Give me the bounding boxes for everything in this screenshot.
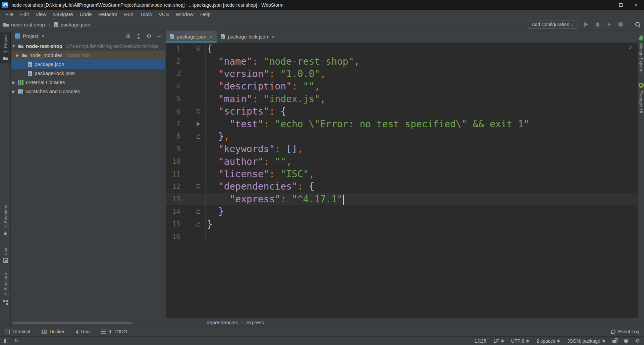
code-token: "license" [218, 168, 269, 180]
close-icon[interactable]: × [271, 34, 274, 40]
stripe-button-mongo-explorer[interactable]: Mongo Explorer [639, 35, 644, 74]
run-button[interactable] [583, 21, 589, 27]
code-token: "echo \"Error: no test specified\" && ex… [275, 119, 529, 130]
status-label: LF [493, 338, 499, 344]
chevron-collapsed-icon[interactable]: ▶ [15, 53, 19, 58]
code-token: : [252, 93, 258, 105]
lock-icon[interactable] [612, 340, 616, 343]
run-script-icon[interactable] [193, 118, 204, 130]
chevron-collapsed-icon[interactable]: ▶ [12, 80, 16, 85]
search-everywhere-icon[interactable] [635, 21, 641, 27]
line-number: 12 [166, 183, 180, 191]
code-token [280, 143, 286, 154]
line-number: 10 [166, 157, 180, 165]
fold-collapse-icon[interactable] [193, 43, 204, 55]
chevron-expanded-icon[interactable]: ▼ [12, 44, 16, 49]
gutter: 9 [166, 143, 206, 155]
tool-button-6-todo[interactable]: 6: TODO [101, 329, 127, 334]
fold-collapse-icon[interactable] [193, 105, 204, 118]
menu-file[interactable]: File [2, 11, 17, 17]
status-2-spaces[interactable]: 2 spaces [536, 338, 560, 344]
menu-help[interactable]: Help [197, 11, 214, 17]
highlighting-level-icon[interactable] [624, 339, 628, 343]
gutter-marker [193, 230, 204, 243]
stripe-button-npm[interactable]: npm [0, 244, 11, 266]
menu-navigate[interactable]: Navigate [50, 11, 76, 17]
stop-button[interactable] [618, 21, 624, 27]
menu-run[interactable]: Run [121, 11, 137, 17]
code-token: : [292, 81, 298, 92]
code-token: , [298, 143, 303, 154]
menu-view[interactable]: View [32, 11, 50, 17]
gutter-marker [193, 168, 204, 180]
close-button[interactable]: × [629, 0, 644, 10]
star-icon: ★ [3, 231, 8, 236]
gutter: 16 [166, 230, 206, 243]
code-token: "1.0.0" [280, 68, 320, 79]
chevron-collapsed-icon[interactable]: ▶ [12, 89, 16, 94]
menu-code[interactable]: Code [76, 11, 95, 17]
coverage-button[interactable] [606, 21, 612, 27]
breadcrumb-item[interactable]: node-rest-shop [11, 22, 45, 27]
tool-window-switcher-icon[interactable] [4, 339, 9, 343]
minimize-button[interactable] [598, 0, 613, 10]
fold-end-icon[interactable] [193, 218, 204, 230]
fold-collapse-icon[interactable] [193, 180, 204, 193]
stripe-button-swagger-ui[interactable]: Swagger UI [639, 83, 644, 113]
add-configuration-button[interactable]: Add Configuration... [527, 20, 578, 29]
stripe-label: npm [3, 247, 8, 255]
chevron-down-icon[interactable]: ▼ [41, 34, 45, 38]
maximize-button[interactable] [613, 0, 629, 10]
stripe-button-1-project[interactable]: 1: Project [0, 32, 11, 63]
menu-edit[interactable]: Edit [17, 11, 32, 17]
tree-row-External-Libraries[interactable]: ▶External Libraries [11, 78, 165, 87]
tab-package.json[interactable]: package.json× [166, 30, 217, 43]
locate-file-icon[interactable]: ⊕ [126, 33, 130, 39]
stripe-button-2-favorites[interactable]: 2: Favorites★ [0, 202, 11, 239]
horizontal-scrollbar[interactable] [12, 322, 132, 324]
menu-window[interactable]: Window [172, 11, 197, 17]
editor-breadcrumb-item[interactable]: express [246, 320, 264, 325]
tree-row-node-rest-shop[interactable]: ▼node-rest-shopD:\KennyLife\AllProgram\W… [11, 42, 165, 51]
tree-row-package-json[interactable]: package.json [11, 60, 165, 69]
refresh-icon[interactable]: ↻ [14, 338, 19, 344]
status-json-package[interactable]: JSON: package [567, 338, 605, 344]
fold-end-icon[interactable] [193, 130, 204, 143]
code-editor[interactable]: 1{2 "name": "node-rest-shop",3 "version"… [166, 43, 638, 318]
event-log-button[interactable]: Event Log [611, 329, 639, 334]
updown-arrows-icon [526, 339, 529, 343]
hide-panel-icon[interactable] [157, 36, 161, 37]
tree-row-Scratches-and-Consoles[interactable]: ▶Scratches and Consoles [11, 87, 165, 96]
tab-label: package-lock.json [228, 34, 268, 40]
close-icon[interactable]: × [210, 34, 213, 40]
tab-package-lock.json[interactable]: package-lock.json× [217, 30, 278, 43]
line-number: 3 [166, 70, 180, 78]
tree-row-package-lock-json[interactable]: package-lock.json [11, 69, 165, 78]
tool-button-terminal[interactable]: Terminal [5, 329, 30, 334]
debug-button[interactable] [595, 21, 601, 27]
collapse-all-icon[interactable] [136, 34, 141, 39]
code-line-16: 16 [166, 230, 638, 243]
tree-row-node-modules[interactable]: ▶node_moduleslibrary root [11, 51, 165, 60]
gutter: 15 [166, 218, 206, 230]
fold-end-icon[interactable] [193, 205, 204, 218]
menu-tools[interactable]: Tools [137, 11, 155, 17]
tool-button-docker[interactable]: Docker [42, 329, 64, 334]
status-lf[interactable]: LF [493, 338, 503, 344]
menu-refactor[interactable]: Refactor [95, 11, 121, 17]
editor-breadcrumb-item[interactable]: dependencies [207, 320, 238, 325]
status-utf-8[interactable]: UTF-8 [511, 338, 529, 344]
gear-icon[interactable]: ⚙ [147, 33, 151, 39]
tool-button-4-run[interactable]: 4: Run [76, 329, 90, 334]
menu-vcs[interactable]: VCS [155, 11, 172, 17]
gutter-marker [193, 193, 204, 205]
breadcrumb-item[interactable]: package.json [61, 22, 90, 27]
gear-question-icon[interactable]: ⚙ [636, 338, 640, 344]
code-text: "author": "", [206, 156, 292, 167]
status-13-25[interactable]: 13:25 [474, 338, 486, 344]
folder-icon [3, 22, 9, 27]
stripe-button-7-structure[interactable]: 7: Structure [0, 270, 11, 306]
project-panel-title[interactable]: Project [23, 33, 39, 39]
toolbar-divider [629, 21, 629, 28]
code-token: { [207, 43, 213, 54]
